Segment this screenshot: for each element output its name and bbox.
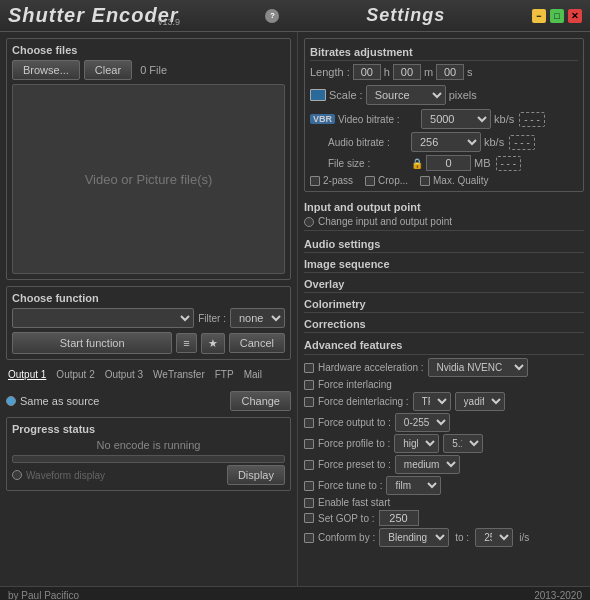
pixels-label: pixels	[449, 89, 477, 101]
choose-function-label: Choose function	[12, 292, 285, 304]
change-output-button[interactable]: Change	[230, 391, 291, 411]
audio-settings-label[interactable]: Audio settings	[304, 238, 584, 250]
force-profile-label: Force profile to :	[318, 438, 390, 449]
source-radio-dot	[6, 396, 16, 406]
file-drop-area[interactable]: Video or Picture file(s)	[12, 84, 285, 274]
window-buttons: − □ ✕	[532, 9, 582, 23]
deinterlacing-select1[interactable]: TFF	[413, 392, 451, 411]
colorimetry-label[interactable]: Colorimetry	[304, 298, 584, 310]
filter-select[interactable]: none	[230, 308, 285, 328]
conform-by-row: Conform by : Blending to : 25 i/s	[304, 528, 584, 547]
force-interlacing-row: Force interlacing	[304, 379, 584, 390]
file-size-input[interactable]	[426, 155, 471, 171]
io-label[interactable]: Input and output point	[304, 201, 584, 213]
audio-bitrate-dashed: - - -	[509, 135, 535, 150]
corrections-label[interactable]: Corrections	[304, 318, 584, 330]
display-button[interactable]: Display	[227, 465, 285, 485]
conform-by-select2[interactable]: 25	[475, 528, 513, 547]
force-preset-checkbox[interactable]	[304, 460, 314, 470]
output-tab-ftp[interactable]: FTP	[213, 368, 236, 381]
list-icon-button[interactable]: ≡	[176, 333, 196, 353]
app-title: Shutter Encoder	[8, 4, 179, 27]
maximize-button[interactable]: □	[550, 9, 564, 23]
force-tune-label: Force tune to :	[318, 480, 382, 491]
lock-icon: 🔒	[411, 158, 423, 169]
advanced-features-label[interactable]: Advanced features	[304, 339, 584, 355]
close-button[interactable]: ✕	[568, 9, 582, 23]
force-tune-checkbox[interactable]	[304, 481, 314, 491]
set-gop-checkbox[interactable]	[304, 513, 314, 523]
fast-start-checkbox[interactable]	[304, 498, 314, 508]
set-gop-input[interactable]	[379, 510, 419, 526]
hw-accel-select[interactable]: Nvidia NVENC	[428, 358, 528, 377]
force-interlacing-checkbox[interactable]	[304, 380, 314, 390]
force-profile-select2[interactable]: 5.1	[443, 434, 483, 453]
hours-input[interactable]	[353, 64, 381, 80]
io-radio-dot	[304, 217, 314, 227]
settings-title: Settings	[366, 5, 445, 26]
io-radio-row[interactable]: Change input and output point	[304, 216, 584, 227]
browse-button[interactable]: Browse...	[12, 60, 80, 80]
two-pass-label: 2-pass	[323, 175, 353, 186]
function-select[interactable]	[12, 308, 194, 328]
audio-bitrate-select[interactable]: 256	[411, 132, 481, 152]
clear-button[interactable]: Clear	[84, 60, 132, 80]
overlay-section: Overlay	[304, 276, 584, 293]
output-tab-1[interactable]: Output 1	[6, 368, 48, 381]
waveform-dot	[12, 470, 22, 480]
hw-accel-checkbox[interactable]	[304, 363, 314, 373]
progress-status-text: No encode is running	[12, 439, 285, 451]
output-tab-3[interactable]: Output 3	[103, 368, 145, 381]
file-size-unit: MB	[474, 157, 491, 169]
max-quality-check[interactable]: Max. Quality	[420, 175, 489, 186]
same-as-source-radio[interactable]: Same as source	[6, 395, 99, 407]
output-tab-wetransfer[interactable]: WeTransfer	[151, 368, 207, 381]
bitrates-section: Bitrates adjustment Length : h m s Scale…	[304, 38, 584, 192]
corrections-section: Corrections	[304, 316, 584, 333]
image-sequence-label[interactable]: Image sequence	[304, 258, 584, 270]
change-io-label: Change input and output point	[318, 216, 452, 227]
deinterlacing-select2[interactable]: yadif	[455, 392, 505, 411]
cancel-button[interactable]: Cancel	[229, 333, 285, 353]
video-bitrate-select[interactable]: 5000	[421, 109, 491, 129]
audio-bitrate-label: Audio bitrate :	[328, 137, 408, 148]
star-icon-button[interactable]: ★	[201, 333, 225, 354]
video-bitrate-dashed: - - -	[519, 112, 545, 127]
seconds-input[interactable]	[436, 64, 464, 80]
right-panel: Bitrates adjustment Length : h m s Scale…	[298, 32, 590, 586]
year-label: 2013-2020	[534, 590, 582, 600]
two-pass-check[interactable]: 2-pass	[310, 175, 353, 186]
monitor-icon	[310, 89, 326, 101]
display-row: Waveform display Display	[12, 465, 285, 485]
help-icon[interactable]: ?	[265, 9, 279, 23]
app-version: v13.9	[158, 17, 180, 27]
crop-check[interactable]: Crop...	[365, 175, 408, 186]
waveform-radio[interactable]: Waveform display	[12, 470, 105, 481]
same-as-source-row: Same as source Change	[6, 391, 291, 411]
minutes-input[interactable]	[393, 64, 421, 80]
conform-by-checkbox[interactable]	[304, 533, 314, 543]
s-unit: s	[467, 66, 473, 78]
choose-function-section: Choose function Filter : none Start func…	[6, 286, 291, 360]
force-profile-checkbox[interactable]	[304, 439, 314, 449]
force-preset-select[interactable]: medium	[395, 455, 460, 474]
force-output-checkbox[interactable]	[304, 418, 314, 428]
fast-start-row: Enable fast start	[304, 497, 584, 508]
force-output-select[interactable]: 0-255	[395, 413, 450, 432]
output-tab-mail[interactable]: Mail	[242, 368, 264, 381]
start-function-button[interactable]: Start function	[12, 332, 172, 354]
force-tune-select[interactable]: film	[386, 476, 441, 495]
force-deinterlacing-checkbox[interactable]	[304, 397, 314, 407]
conform-by-select1[interactable]: Blending	[379, 528, 449, 547]
minimize-button[interactable]: −	[532, 9, 546, 23]
output-tab-2[interactable]: Output 2	[54, 368, 96, 381]
force-profile-select1[interactable]: high	[394, 434, 439, 453]
colorimetry-section: Colorimetry	[304, 296, 584, 313]
io-section: Input and output point Change input and …	[304, 198, 584, 231]
image-sequence-section: Image sequence	[304, 256, 584, 273]
vbr-badge: VBR	[310, 114, 335, 124]
overlay-label[interactable]: Overlay	[304, 278, 584, 290]
progress-label: Progress status	[12, 423, 285, 435]
app-name: Shutter Encoder v13.9	[8, 4, 179, 27]
scale-select[interactable]: Source	[366, 85, 446, 105]
